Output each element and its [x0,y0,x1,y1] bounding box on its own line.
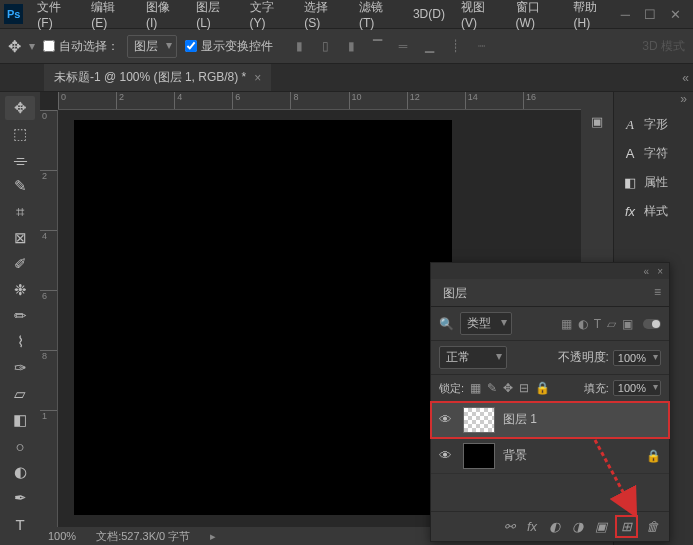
move-tool[interactable]: ✥ [5,96,35,120]
menu-select[interactable]: 选择(S) [296,0,351,34]
layer-thumbnail[interactable] [463,407,495,433]
auto-select-input[interactable] [43,40,55,52]
dodge-tool[interactable]: ◐ [5,460,35,484]
eyedropper-tool[interactable]: ✐ [5,252,35,276]
frame-tool[interactable]: ⊠ [5,226,35,250]
new-fill-icon[interactable]: ◑ [572,519,583,534]
align-left-icon[interactable]: ▮ [289,36,309,56]
filter-type-icon[interactable]: T [594,317,601,331]
quick-select-tool[interactable]: ✎ [5,174,35,198]
history-brush-tool[interactable]: ✑ [5,356,35,380]
link-layers-icon[interactable]: ⚯ [504,519,515,534]
crop-tool[interactable]: ⌗ [5,200,35,224]
layer-thumbnail[interactable] [463,443,495,469]
menu-layer[interactable]: 图层(L) [188,0,241,34]
delete-layer-icon[interactable]: 🗑 [646,519,659,534]
distribute-h-icon[interactable]: ┊ [445,36,465,56]
layers-panel[interactable]: « × 图层 ≡ 🔍 类型 ▦ ◐ T ▱ ▣ 正常 不透明度: 100% 锁定… [430,262,670,542]
lock-all-icon[interactable]: 🔒 [535,381,550,395]
layer-fx-icon[interactable]: fx [527,519,537,534]
panel-label: 样式 [644,203,668,220]
canvas[interactable] [74,120,452,515]
layer-mask-icon[interactable]: ◐ [549,519,560,534]
visibility-icon[interactable]: 👁 [439,448,455,463]
panel-collapse-icon[interactable]: » [614,92,693,110]
pen-tool[interactable]: ✒ [5,486,35,510]
fill-label: 填充: [584,381,609,396]
panel-menu-icon[interactable]: ≡ [646,279,669,306]
healing-tool[interactable]: ❉ [5,278,35,302]
panel-collapse-icon[interactable]: « [644,266,650,277]
distribute-v-icon[interactable]: ┈ [471,36,491,56]
menu-help[interactable]: 帮助(H) [565,0,620,34]
filter-type-select[interactable]: 类型 [460,312,512,335]
menu-window[interactable]: 窗口(W) [508,0,566,34]
align-middle-icon[interactable]: ═ [393,36,413,56]
gradient-tool[interactable]: ◧ [5,408,35,432]
document-tab[interactable]: 未标题-1 @ 100% (图层 1, RGB/8) * × [44,64,271,91]
show-transform-input[interactable] [185,40,197,52]
menu-type[interactable]: 文字(Y) [242,0,297,34]
lasso-tool[interactable]: ⌯ [5,148,35,172]
maximize-button[interactable]: ☐ [644,7,656,22]
panel-styles[interactable]: fx 样式 [614,197,693,226]
lock-brush-icon[interactable]: ✎ [487,381,497,395]
chevron-down-icon[interactable]: ▾ [29,39,35,53]
minimize-button[interactable]: ─ [621,7,630,22]
marquee-tool[interactable]: ⬚ [5,122,35,146]
filter-shape-icon[interactable]: ▱ [607,317,616,331]
blend-mode-select[interactable]: 正常 [439,346,507,369]
align-bottom-icon[interactable]: ▁ [419,36,439,56]
layer-name[interactable]: 背景 [503,447,527,464]
show-transform-label: 显示变换控件 [201,38,273,55]
menu-3d[interactable]: 3D(D) [405,3,453,25]
blend-row: 正常 不透明度: 100% [431,341,669,375]
show-transform-checkbox[interactable]: 显示变换控件 [185,38,273,55]
panel-glyphs[interactable]: A 字形 [614,110,693,139]
align-center-icon[interactable]: ▯ [315,36,335,56]
zoom-level[interactable]: 100% [48,530,76,542]
opacity-value[interactable]: 100% [613,350,661,366]
menu-filter[interactable]: 滤镜(T) [351,0,405,34]
blur-tool[interactable]: ○ [5,434,35,458]
tabbar-collapse-icon[interactable]: « [682,71,693,85]
clone-tool[interactable]: ⌇ [5,330,35,354]
type-tool[interactable]: T [5,512,35,536]
filter-toggle[interactable] [643,319,661,329]
brush-tool[interactable]: ✏ [5,304,35,328]
menu-view[interactable]: 视图(V) [453,0,508,34]
lock-artboard-icon[interactable]: ⊟ [519,381,529,395]
filter-pixel-icon[interactable]: ▦ [561,317,572,331]
status-chevron-icon[interactable]: ▸ [210,530,216,543]
layer-filter-row: 🔍 类型 ▦ ◐ T ▱ ▣ [431,307,669,341]
ruler-vertical: 024681 [40,110,58,527]
panel-close-icon[interactable]: × [657,266,663,277]
close-button[interactable]: ✕ [670,7,681,22]
eraser-tool[interactable]: ▱ [5,382,35,406]
layer-row[interactable]: 👁 背景 🔒 [431,438,669,474]
panel-character[interactable]: A 字符 [614,139,693,168]
layer-row[interactable]: 👁 图层 1 [431,402,669,438]
search-icon[interactable]: 🔍 [439,317,454,331]
menu-file[interactable]: 文件(F) [29,0,83,34]
menu-image[interactable]: 图像(I) [138,0,188,34]
panel-properties[interactable]: ◧ 属性 [614,168,693,197]
mini-panel-icon[interactable]: ▣ [586,110,608,132]
fill-value[interactable]: 100% [613,380,661,396]
lock-position-icon[interactable]: ✥ [503,381,513,395]
layer-name[interactable]: 图层 1 [503,411,537,428]
lock-pixels-icon[interactable]: ▦ [470,381,481,395]
layers-panel-footer: ⚯ fx ◐ ◑ ▣ ⊞ 🗑 [431,511,669,541]
auto-select-checkbox[interactable]: 自动选择： [43,38,119,55]
tab-close-icon[interactable]: × [254,71,261,85]
align-top-icon[interactable]: ▔ [367,36,387,56]
filter-smart-icon[interactable]: ▣ [622,317,633,331]
auto-select-target[interactable]: 图层 [127,35,177,58]
menu-edit[interactable]: 编辑(E) [83,0,138,34]
new-layer-icon[interactable]: ⊞ [619,519,634,534]
visibility-icon[interactable]: 👁 [439,412,455,427]
new-group-icon[interactable]: ▣ [595,519,607,534]
layers-tab[interactable]: 图层 [431,279,479,306]
align-right-icon[interactable]: ▮ [341,36,361,56]
filter-adjust-icon[interactable]: ◐ [578,317,588,331]
